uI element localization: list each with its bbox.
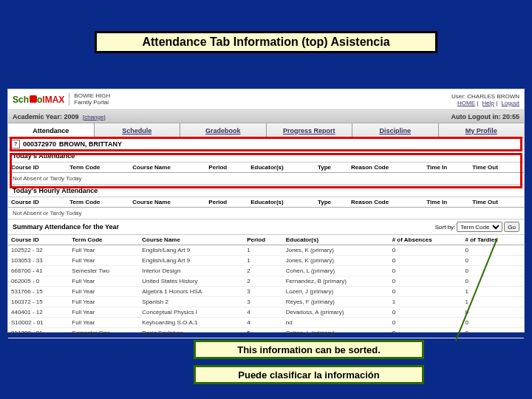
th-reason-code: Reason Code xyxy=(348,197,423,208)
sortby-group: Sort by: Term Code Go xyxy=(435,222,519,232)
table-row: 160372 - 15Full YearSpanish 23Reyes, F (… xyxy=(8,297,524,307)
summary-table: Course ID Term Code Course Name Period E… xyxy=(8,235,524,338)
go-button[interactable]: Go xyxy=(504,222,519,232)
th-term-code: Term Code xyxy=(69,235,139,245)
th-course-id: Course ID xyxy=(8,163,66,173)
th-time-in: Time In xyxy=(423,163,469,173)
header-links: HOME | Help | Logout xyxy=(451,100,519,106)
th-course-name: Course Name xyxy=(129,197,205,208)
th-term-code: Term Code xyxy=(66,197,129,208)
callout-1: This information can be sorted. xyxy=(194,340,424,359)
logo-text-red: lMAX xyxy=(42,95,64,105)
callout-1-text: This information can be sorted. xyxy=(237,344,381,355)
th-educators: Educator(s) xyxy=(248,163,315,173)
cell-tardy: 0 xyxy=(462,318,524,328)
th-type: Type xyxy=(315,197,348,208)
today-table: Course ID Term Code Course Name Period E… xyxy=(8,163,524,173)
cell-period: 2 xyxy=(244,276,282,287)
logo-text-green: Sch xyxy=(13,95,29,105)
change-year-link[interactable]: [change] xyxy=(83,114,106,120)
school-block: BOWIE HIGH Family Portal xyxy=(69,93,110,106)
student-name: BROWN, BRITTANY xyxy=(59,140,122,148)
sortby-select[interactable]: Term Code xyxy=(457,222,502,232)
cell-period: 4 xyxy=(244,307,282,318)
th-reason-code: Reason Code xyxy=(348,163,423,173)
th-period: Period xyxy=(205,163,248,173)
logo: ScholMAX xyxy=(13,95,64,105)
app-window: ScholMAX BOWIE HIGH Family Portal User: … xyxy=(7,89,525,332)
cell-edu: nd xyxy=(283,318,389,328)
cell-name: United States History xyxy=(139,276,244,287)
year-left: Academic Year: 2009 [change] xyxy=(13,113,106,120)
portal-name: Family Portal xyxy=(74,100,110,106)
cell-course: 103053 - 33 xyxy=(8,256,69,266)
th-type: Type xyxy=(315,163,348,173)
cell-course: 011700 - 01 xyxy=(8,328,69,338)
cell-edu: Jones, K (primary) xyxy=(283,256,389,266)
cell-abs: 0 xyxy=(389,328,463,338)
user-name: CHARLES BROWN xyxy=(467,93,519,100)
table-row: 103053 - 33Full YearEnglish/Lang Art 91J… xyxy=(8,256,524,266)
cell-tardy: 0 xyxy=(462,256,524,266)
th-time-out: Time Out xyxy=(469,163,524,173)
year-right: Auto Logout in: 20:55 xyxy=(451,113,519,120)
th-tardies: # of Tardies xyxy=(462,235,524,245)
th-course-name: Course Name xyxy=(139,235,244,245)
tab-my-profile[interactable]: My Profile xyxy=(439,123,525,137)
home-link[interactable]: HOME xyxy=(457,100,475,106)
cell-abs: 0 xyxy=(389,318,463,328)
cell-term: Full Year xyxy=(69,287,139,297)
tab-discipline[interactable]: Discipline xyxy=(352,123,439,137)
slide-title-banner: Attendance Tab Information (top) Asisten… xyxy=(95,31,437,53)
user-row: User: CHARLES BROWN xyxy=(451,93,519,100)
th-time-in: Time In xyxy=(423,197,469,208)
section-hourly-title: Today's Hourly Attendance xyxy=(8,185,524,197)
cell-name: English/Lang Art 9 xyxy=(139,256,244,266)
cell-edu: Cohen, L (primary) xyxy=(283,328,389,338)
auto-logout-label: Auto Logout in: xyxy=(451,113,500,120)
cell-name: Conceptual Physics I xyxy=(139,307,244,318)
topbar-left: ScholMAX BOWIE HIGH Family Portal xyxy=(13,93,110,106)
th-educators: Educator(s) xyxy=(248,197,315,208)
slide-title: Attendance Tab Information (top) Asisten… xyxy=(142,35,389,49)
table-row: 531766 - 15Full YearAlgebra 1 Honors HSA… xyxy=(8,287,524,297)
cell-term: Full Year xyxy=(69,276,139,287)
th-period: Period xyxy=(244,235,282,245)
logout-link[interactable]: Logout xyxy=(502,100,519,106)
tab-progress-report[interactable]: Progress Report xyxy=(267,123,353,137)
help-icon[interactable]: ? xyxy=(11,140,20,149)
cell-course: 668700 - 41 xyxy=(8,266,69,276)
cell-period: 3 xyxy=(244,287,282,297)
cell-period: 3 xyxy=(244,297,282,307)
year-bar: Academic Year: 2009 [change] Auto Logout… xyxy=(8,110,524,123)
th-course-name: Course Name xyxy=(129,163,205,173)
cell-course: 062005 - 0 xyxy=(8,276,69,287)
cell-edu: Lozeri, J (primary) xyxy=(283,287,389,297)
cell-abs: 0 xyxy=(389,256,463,266)
tab-schedule[interactable]: Schedule xyxy=(95,123,181,137)
today-title-text: Today's Attendance xyxy=(13,152,75,160)
cell-term: Full Year xyxy=(69,318,139,328)
hourly-header-row: Course ID Term Code Course Name Period E… xyxy=(8,197,524,208)
cell-abs: 0 xyxy=(389,307,463,318)
tab-gradebook[interactable]: Gradebook xyxy=(180,123,267,137)
cell-course: S10002 - 01 xyxy=(8,318,69,328)
section-today-title: Today's Attendance xyxy=(8,150,524,163)
today-header-row: Course ID Term Code Course Name Period E… xyxy=(8,163,524,173)
cell-period: 2 xyxy=(244,266,282,276)
callout-2: Puede clasificar la información xyxy=(194,365,424,384)
cell-abs: 0 xyxy=(389,245,463,256)
th-course-id: Course ID xyxy=(8,197,66,208)
cell-name: English/Lang Art 9 xyxy=(139,245,244,256)
cell-edu: Jones, K (primary) xyxy=(283,245,389,256)
today-empty: Not Absent or Tardy Today xyxy=(8,173,524,185)
cell-term: Full Year xyxy=(69,256,139,266)
section-summary-title: Summary Attendance for the Year Sort by:… xyxy=(8,219,524,235)
cell-term: Full Year xyxy=(69,245,139,256)
cell-name: Keyboarding S.O.A.1 xyxy=(139,318,244,328)
table-row: 011700 - 01Semester OneBasic Sculpture5C… xyxy=(8,328,524,338)
cell-abs: 0 xyxy=(389,276,463,287)
help-link[interactable]: Help xyxy=(482,100,494,106)
tab-attendance[interactable]: Attendance xyxy=(8,123,95,137)
cell-name: Interior Design xyxy=(139,266,244,276)
